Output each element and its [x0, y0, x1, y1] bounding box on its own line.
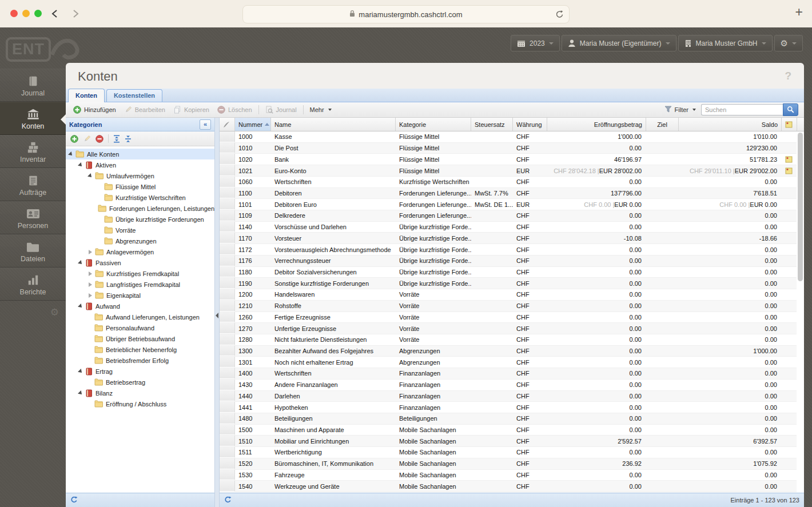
- table-row[interactable]: 1530FahrzeugeMobile SachanlagenCHF0.000.…: [220, 470, 804, 481]
- table-row[interactable]: 1190Sonstige kurzfristige ForderungenÜbr…: [220, 278, 804, 289]
- table-row[interactable]: 1100DebitorenForderungen Lieferunge...Mw…: [220, 188, 804, 199]
- table-row[interactable]: 1172Vorsteuerausgleich Abrechnungsmethod…: [220, 244, 804, 256]
- new-tab-button[interactable]: +: [795, 5, 803, 20]
- tree-expanded-arrow-icon[interactable]: [78, 162, 83, 168]
- collapse-all-icon[interactable]: [125, 135, 132, 143]
- table-row[interactable]: 1021Euro-KontoFlüssige MittelEURCHF 28'0…: [220, 165, 804, 177]
- column-header-open[interactable]: Eröffnungsbetrag: [547, 118, 646, 131]
- column-header-name[interactable]: Name: [271, 118, 396, 131]
- tree-item[interactable]: Übriger Betriebsaufwand: [66, 333, 214, 344]
- table-row[interactable]: 1200HandelswarenVorräteCHF0.000.00: [220, 289, 804, 301]
- table-row[interactable]: 1210RohstoffeVorräteCHF0.000.00: [220, 301, 804, 312]
- search-input[interactable]: [701, 104, 783, 115]
- tree-expanded-arrow-icon[interactable]: [78, 369, 83, 374]
- tree-item[interactable]: Bilanz: [66, 388, 214, 398]
- table-row[interactable]: 1440DarlehenFinanzanlagenCHF0.000.00: [220, 391, 804, 402]
- tree-item[interactable]: Personalaufwand: [66, 322, 214, 333]
- table-row[interactable]: 1520Büromaschinen, IT, KommunikationMobi…: [220, 458, 804, 470]
- table-row[interactable]: 1000KasseFlüssige MittelCHF1'000.001'010…: [220, 131, 804, 143]
- column-header-handle[interactable]: [220, 118, 235, 131]
- search-button[interactable]: [783, 103, 798, 116]
- tree-collapsed-arrow-icon[interactable]: [89, 293, 92, 298]
- table-row[interactable]: 1101Debitoren EuroForderungen Lieferunge…: [220, 199, 804, 210]
- sidebar-gear-icon[interactable]: ⚙: [50, 306, 59, 318]
- tree-item[interactable]: Kurzfristiges Fremdkapital: [66, 268, 214, 279]
- table-row[interactable]: 1540Werkzeuge und GeräteMobile Sachanlag…: [220, 481, 804, 492]
- table-row[interactable]: 1020BankFlüssige MittelCHF46'196.9751'78…: [220, 154, 804, 165]
- tree-item[interactable]: Aufwand Lieferungen, Leistungen: [66, 312, 214, 322]
- column-header-cur[interactable]: Währung: [513, 118, 547, 131]
- refresh-icon[interactable]: [70, 496, 78, 505]
- tab-kostenstellen[interactable]: Kostenstellen: [106, 89, 162, 102]
- tree-expanded-arrow-icon[interactable]: [68, 151, 74, 157]
- address-bar[interactable]: mariamustergmbh.cashctrl.com: [242, 5, 570, 23]
- splitter-collapse-icon[interactable]: [216, 313, 218, 318]
- table-row[interactable]: 1140Vorschüsse und DarlehenÜbrige kurzfr…: [220, 222, 804, 233]
- table-row[interactable]: 1170VorsteuerÜbrige kurzfristige Forde..…: [220, 233, 804, 244]
- minimize-window-icon[interactable]: [22, 10, 30, 17]
- scrollbar[interactable]: [797, 131, 804, 493]
- tree-expanded-arrow-icon[interactable]: [78, 260, 83, 266]
- tree-expanded-arrow-icon[interactable]: [78, 304, 83, 309]
- user-button[interactable]: Maria Muster (Eigentümer): [562, 35, 676, 51]
- column-header-cat[interactable]: Kategorie: [396, 118, 471, 131]
- sidebar-item-berichte[interactable]: Berichte: [0, 268, 66, 301]
- filter-button[interactable]: Filter: [664, 106, 696, 114]
- reload-icon[interactable]: [555, 10, 563, 21]
- tree-item[interactable]: Aktiven: [66, 159, 214, 170]
- expand-all-icon[interactable]: [113, 135, 120, 143]
- cell-note[interactable]: [782, 165, 797, 176]
- tree-expanded-arrow-icon[interactable]: [78, 390, 83, 396]
- tree-item[interactable]: Langfristiges Fremdkapital: [66, 279, 214, 290]
- table-row[interactable]: 1511WertberichtigungMobile SachanlagenCH…: [220, 447, 804, 458]
- table-row[interactable]: 1430Andere FinanzanlagenFinanzanlagenCHF…: [220, 380, 804, 391]
- table-row[interactable]: 1500Maschinen und ApparateMobile Sachanl…: [220, 425, 804, 436]
- column-header-ziel[interactable]: Ziel: [646, 118, 679, 131]
- sidebar-item-inventar[interactable]: Inventar: [0, 135, 66, 168]
- browser-forward-icon[interactable]: [73, 9, 79, 21]
- mehr-button[interactable]: Mehr: [306, 105, 336, 115]
- collapse-panel-button[interactable]: «: [200, 119, 211, 130]
- add-icon[interactable]: [70, 135, 78, 143]
- sidebar-item-auftraege[interactable]: Aufträge: [0, 168, 66, 201]
- table-row[interactable]: 1400WertschriftenFinanzanlagenCHF0.000.0…: [220, 368, 804, 380]
- tree-item[interactable]: Kurzfristige Wertschriften: [66, 192, 214, 203]
- tree-collapsed-arrow-icon[interactable]: [89, 282, 92, 287]
- tree-expanded-arrow-icon[interactable]: [87, 173, 93, 179]
- table-row[interactable]: 1280Nicht fakturierte DienstleistungenVo…: [220, 334, 804, 346]
- tree-collapsed-arrow-icon[interactable]: [89, 250, 92, 254]
- tab-konten[interactable]: Konten: [68, 89, 105, 102]
- tree-item[interactable]: Passiven: [66, 257, 214, 268]
- tree-item[interactable]: Abgrenzungen: [66, 235, 214, 246]
- tree-item[interactable]: Eröffnung / Abschluss: [66, 398, 214, 409]
- column-header-note[interactable]: [782, 118, 797, 131]
- tree-item[interactable]: Ertrag: [66, 366, 214, 377]
- panel-splitter[interactable]: [214, 118, 220, 507]
- sidebar-item-dateien[interactable]: Dateien: [0, 234, 66, 268]
- table-row[interactable]: 1109DelkredereForderungen Lieferunge...C…: [220, 210, 804, 222]
- table-row[interactable]: 1510Mobiliar und EinrichtungenMobile Sac…: [220, 436, 804, 447]
- scrollbar-thumb[interactable]: [798, 133, 803, 281]
- tree-item[interactable]: Forderungen Lieferungen, Leistungen: [66, 203, 214, 214]
- fiscal-year-button[interactable]: 2023: [511, 35, 560, 51]
- edit-icon[interactable]: [83, 135, 91, 143]
- table-row[interactable]: 1300Bezahlter Aufwand des FolgejahresAbg…: [220, 346, 804, 357]
- tree-item[interactable]: Betriebsertrag: [66, 377, 214, 388]
- table-row[interactable]: 1180Debitor SozialversicherungenÜbrige k…: [220, 267, 804, 278]
- cell-note[interactable]: [782, 154, 797, 165]
- hinzufügen-button[interactable]: Hinzufügen: [69, 104, 120, 115]
- maximize-window-icon[interactable]: [34, 10, 42, 17]
- tree-item[interactable]: Betriebsfremder Erfolg: [66, 355, 214, 366]
- settings-button[interactable]: ⚙: [774, 35, 803, 51]
- tree-item[interactable]: Umlaufvermögen: [66, 170, 214, 181]
- column-header-saldo[interactable]: Saldo: [679, 118, 782, 131]
- browser-back-icon[interactable]: [51, 9, 58, 21]
- tree-item[interactable]: Vorräte: [66, 225, 214, 235]
- tree-item[interactable]: Aufwand: [66, 301, 214, 312]
- table-row[interactable]: 1260Fertige ErzeugnisseVorräteCHF0.000.0…: [220, 312, 804, 324]
- tree-item[interactable]: Alle Konten: [66, 149, 214, 159]
- tree-item[interactable]: Eigenkapital: [66, 290, 214, 301]
- table-row[interactable]: 1270Unfertige ErzeugnisseVorräteCHF0.000…: [220, 323, 804, 334]
- table-row[interactable]: 1480BeteiligungenBeteiligungenCHF0.000.0…: [220, 413, 804, 425]
- table-row[interactable]: 1010Die PostFlüssige MittelCHF0.00129'23…: [220, 143, 804, 154]
